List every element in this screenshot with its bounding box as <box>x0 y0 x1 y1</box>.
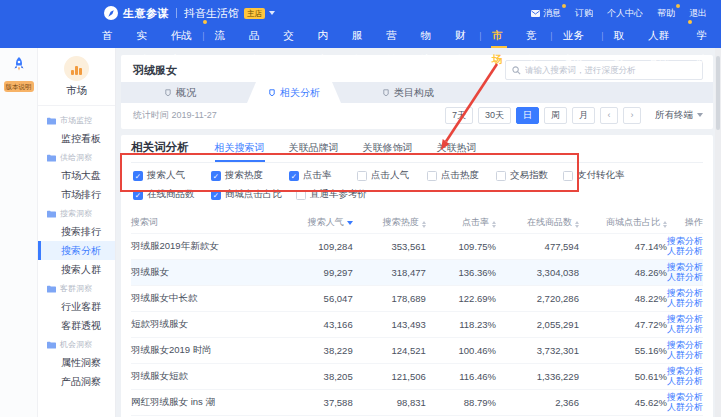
search-input[interactable] <box>525 65 696 75</box>
checkbox-unchecked[interactable] <box>427 171 437 181</box>
checkbox-unchecked[interactable] <box>496 171 506 181</box>
action-link[interactable]: 搜索分析 <box>667 340 703 351</box>
chevron-down-icon[interactable] <box>269 11 275 15</box>
metric-checkbox[interactable]: 直通车参考价 <box>296 188 416 201</box>
nav-item[interactable]: 实时 <box>126 23 160 48</box>
action-link[interactable]: 人群分析 <box>667 246 703 257</box>
nav-item[interactable]: 人群管理 <box>638 23 687 48</box>
action-link[interactable]: 搜索分析 <box>667 314 703 325</box>
sidebar-item[interactable]: 客群透视 <box>38 316 115 335</box>
sidebar-item[interactable]: 产品洞察 <box>38 372 115 391</box>
column-header[interactable]: 商城点击占比 <box>579 212 667 233</box>
date-range-button[interactable]: 月 <box>572 107 595 124</box>
column-header[interactable]: 在线商品数 <box>496 212 579 233</box>
date-range-button[interactable]: 7天 <box>445 107 473 124</box>
next-button[interactable]: › <box>623 107 641 124</box>
column-header[interactable]: 搜索人气 <box>282 212 352 233</box>
action-link[interactable]: 搜索分析 <box>667 236 703 247</box>
date-range-button[interactable]: 30天 <box>478 107 511 124</box>
sidebar-item[interactable]: 市场排行 <box>38 185 115 204</box>
nav-item[interactable]: 营销 <box>376 23 410 48</box>
utility-message[interactable]: 消息 <box>531 7 561 20</box>
checkbox-checked[interactable]: ✓ <box>211 171 221 181</box>
nav-item[interactable]: 竞争 <box>516 23 550 48</box>
sidebar-item-active[interactable]: 搜索分析 <box>38 241 115 260</box>
table-row: 羽绒服女2019 时尚38,229124,521100.46%3,732,301… <box>131 337 703 363</box>
metric-checkbox[interactable]: 支付转化率 <box>563 169 653 182</box>
action-link[interactable]: 人群分析 <box>667 272 703 283</box>
store-badge[interactable]: 主店 <box>244 8 265 19</box>
checkbox-checked[interactable]: ✓ <box>211 190 221 200</box>
checkbox-checked[interactable]: ✓ <box>289 171 299 181</box>
action-link[interactable]: 人群分析 <box>667 376 703 387</box>
utility-item[interactable]: 订购 <box>575 7 593 20</box>
metric-label: 交易指数 <box>510 169 548 182</box>
nav-item[interactable]: 品类 <box>239 23 273 48</box>
metric-checkbox[interactable]: ✓商城点击占比 <box>211 188 296 201</box>
action-link[interactable]: 搜索分析 <box>667 262 703 273</box>
column-header[interactable]: 搜索热度 <box>353 212 426 233</box>
sidebar-item[interactable]: 搜索人群 <box>38 260 115 279</box>
checkbox-unchecked[interactable] <box>357 171 367 181</box>
sidebar-item[interactable]: 属性洞察 <box>38 353 115 372</box>
metric-checkbox[interactable]: ✓点击率 <box>289 169 357 182</box>
nav-item[interactable]: 首页 <box>92 23 126 48</box>
checkbox-unchecked[interactable] <box>296 190 306 200</box>
section-title: 相关词分析 <box>131 140 189 162</box>
action-link[interactable]: 人群分析 <box>667 350 703 361</box>
metric-checkbox[interactable]: ✓搜索热度 <box>211 169 289 182</box>
nav-item[interactable]: 取数 <box>604 23 638 48</box>
metric-checkbox[interactable]: ✓搜索人气 <box>133 169 211 182</box>
nav-item[interactable]: 交易 <box>273 23 307 48</box>
sidebar-item[interactable]: 行业客群 <box>38 297 115 316</box>
nav-item[interactable]: 财务 <box>445 23 479 48</box>
utility-item[interactable]: 帮助 <box>657 7 675 20</box>
scrollbar[interactable] <box>715 48 721 417</box>
value-cell: 136.36% <box>426 259 496 285</box>
action-link[interactable]: 搜索分析 <box>667 392 703 403</box>
terminal-filter-dropdown[interactable]: 所有终端 <box>655 109 703 122</box>
action-link[interactable]: 人群分析 <box>667 324 703 335</box>
sidebar-group-label: 市场监控 <box>38 111 115 129</box>
metric-checkbox[interactable]: 点击人气 <box>357 169 427 182</box>
tab-item[interactable]: 概况 <box>133 82 227 103</box>
prev-button[interactable]: ‹ <box>600 107 618 124</box>
utility-item[interactable]: 个人中心 <box>607 7 643 20</box>
scrollbar-thumb[interactable] <box>716 56 720 130</box>
nav-item[interactable]: 作战室 <box>161 23 203 48</box>
sidebar-item[interactable]: 市场大盘 <box>38 166 115 185</box>
keyword-cell: 网红羽绒服女 ins 潮 <box>131 389 282 415</box>
version-badge[interactable]: 版本说明 <box>4 81 34 92</box>
metric-checkbox[interactable]: 交易指数 <box>496 169 563 182</box>
date-range-button[interactable]: 周 <box>544 107 567 124</box>
analysis-tab[interactable]: 关联修饰词 <box>363 141 413 162</box>
analysis-tab[interactable]: 关联品牌词 <box>289 141 339 162</box>
action-link[interactable]: 搜索分析 <box>667 288 703 299</box>
nav-item[interactable]: 服务 <box>342 23 376 48</box>
nav-item[interactable]: 流量 <box>205 23 239 48</box>
checkbox-unchecked[interactable] <box>563 171 573 181</box>
nav-item[interactable]: 业务专区 <box>553 23 602 48</box>
tab-active[interactable]: 相关分析 <box>247 82 341 103</box>
nav-item[interactable]: 物流 <box>411 23 445 48</box>
sidebar-item[interactable]: 搜索排行 <box>38 222 115 241</box>
analysis-tab-active[interactable]: 相关搜索词 <box>215 141 265 162</box>
metric-checkbox[interactable]: ✓在线商品数 <box>133 188 211 201</box>
date-range-active[interactable]: 日 <box>516 107 539 124</box>
nav-item[interactable]: 内容 <box>308 23 342 48</box>
sidebar-item[interactable]: 监控看板 <box>38 129 115 148</box>
nav-item-active[interactable]: 市场 <box>482 23 516 48</box>
column-header[interactable]: 点击率 <box>426 212 496 233</box>
nav-item[interactable]: 学院 <box>687 23 721 48</box>
rocket-icon[interactable] <box>10 56 28 74</box>
checkbox-checked[interactable]: ✓ <box>133 190 143 200</box>
action-link[interactable]: 人群分析 <box>667 298 703 309</box>
utility-item[interactable]: 退出 <box>689 7 707 20</box>
checkbox-checked[interactable]: ✓ <box>133 171 143 181</box>
action-link[interactable]: 搜索分析 <box>667 366 703 377</box>
action-link[interactable]: 人群分析 <box>667 402 703 413</box>
analysis-tab[interactable]: 关联热词 <box>437 141 477 162</box>
tab-item[interactable]: 类目构成 <box>361 82 455 103</box>
folder-icon <box>47 341 56 349</box>
metric-checkbox[interactable]: 点击热度 <box>427 169 496 182</box>
